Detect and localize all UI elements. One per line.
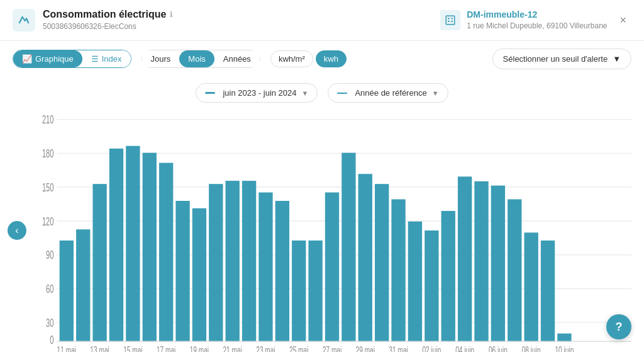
- bar-2: [92, 184, 106, 341]
- svg-text:90: 90: [46, 248, 53, 261]
- building-name: DM-immeuble-12: [467, 9, 607, 20]
- bar-20: [391, 199, 405, 341]
- bar-22: [425, 230, 438, 341]
- reference-dropdown[interactable]: Année de référence ▼: [328, 83, 448, 103]
- svg-text:15 mai: 15 mai: [123, 344, 142, 352]
- page-title: Consommation électrique: [43, 9, 166, 20]
- svg-text:02 juin: 02 juin: [422, 344, 441, 352]
- bar-3: [109, 149, 123, 341]
- bar-17: [341, 153, 355, 342]
- alert-select[interactable]: Sélectionner un seuil d'alerte ▼: [492, 48, 631, 69]
- svg-text:210: 210: [42, 113, 54, 127]
- svg-text:06 juin: 06 juin: [489, 344, 508, 352]
- building-icon: [440, 10, 460, 30]
- svg-rect-3: [448, 21, 449, 22]
- bar-1: [76, 229, 90, 341]
- annees-button[interactable]: Années: [214, 50, 260, 67]
- bar-29: [541, 241, 555, 341]
- close-button[interactable]: ×: [614, 11, 631, 30]
- index-icon: ☰: [91, 54, 99, 64]
- svg-text:29 mai: 29 mai: [356, 344, 375, 352]
- svg-text:23 mai: 23 mai: [256, 344, 275, 352]
- electric-icon: [13, 9, 35, 31]
- svg-rect-4: [452, 21, 453, 22]
- bar-15: [308, 241, 322, 341]
- svg-text:13 mai: 13 mai: [90, 344, 109, 352]
- filters-bar: juin 2023 - juin 2024 ▼ Année de référen…: [0, 77, 644, 109]
- help-button[interactable]: ?: [606, 314, 631, 339]
- date-line-icon: [205, 92, 215, 94]
- bar-13: [275, 201, 289, 341]
- svg-rect-1: [448, 18, 449, 19]
- bar-9: [209, 184, 223, 341]
- svg-text:0: 0: [50, 333, 53, 346]
- reference-dropdown-arrow: ▼: [432, 89, 439, 97]
- graphique-tab[interactable]: 📈 Graphique: [13, 50, 82, 67]
- dropdown-arrow-icon: ▼: [613, 54, 621, 64]
- bar-12: [258, 193, 272, 342]
- device-id: 50038639606326-ElecCons: [43, 22, 136, 31]
- bar-10: [226, 181, 240, 341]
- bar-7: [175, 201, 189, 341]
- svg-text:08 juin: 08 juin: [522, 344, 541, 352]
- date-dropdown-arrow: ▼: [302, 89, 309, 97]
- svg-text:19 mai: 19 mai: [190, 344, 209, 352]
- index-tab[interactable]: ☰ Index: [82, 50, 131, 67]
- bar-4: [126, 146, 140, 341]
- unit-toggle: kwh/m² kwh: [270, 50, 347, 67]
- bar-30: [557, 334, 571, 342]
- building-address: 1 rue Michel Dupeuble, 69100 Villeurbane: [467, 21, 607, 30]
- svg-text:17 mai: 17 mai: [157, 344, 175, 352]
- header-title-group: Consommation électrique ℹ 50038639606326…: [43, 9, 173, 31]
- svg-text:25 mai: 25 mai: [289, 344, 308, 352]
- bar-5: [143, 153, 157, 342]
- bar-28: [524, 232, 538, 341]
- bar-25: [474, 181, 488, 341]
- bar-11: [242, 181, 256, 341]
- bar-0: [60, 241, 74, 341]
- svg-text:180: 180: [42, 147, 54, 160]
- svg-text:11 mai: 11 mai: [57, 344, 76, 352]
- svg-rect-0: [446, 16, 455, 25]
- bar-27: [508, 199, 521, 341]
- bar-chart: 210 180 150 120 90 60 30 0: [31, 109, 631, 352]
- bar-6: [159, 163, 173, 342]
- svg-text:60: 60: [46, 282, 53, 295]
- kwh-button[interactable]: kwh: [316, 50, 347, 67]
- chart-icon: 📈: [22, 54, 32, 64]
- toolbar: 📈 Graphique ☰ Index Jours Mois Années kw…: [0, 41, 644, 77]
- bar-26: [491, 186, 505, 342]
- info-icon[interactable]: ℹ: [170, 10, 173, 19]
- svg-rect-2: [452, 18, 453, 19]
- bar-8: [192, 208, 206, 341]
- svg-text:10 juin: 10 juin: [555, 344, 574, 352]
- svg-text:31 mai: 31 mai: [389, 344, 408, 352]
- building-info-group: DM-immeuble-12 1 rue Michel Dupeuble, 69…: [440, 9, 607, 31]
- bar-24: [458, 176, 472, 341]
- bar-16: [325, 193, 339, 342]
- bar-19: [375, 184, 389, 341]
- date-range-dropdown[interactable]: juin 2023 - juin 2024 ▼: [196, 83, 318, 103]
- kwh-m2-button[interactable]: kwh/m²: [270, 50, 313, 67]
- bar-23: [441, 211, 455, 341]
- svg-text:120: 120: [42, 215, 54, 228]
- mois-button[interactable]: Mois: [179, 50, 214, 67]
- svg-text:30: 30: [46, 316, 53, 329]
- svg-text:04 juin: 04 juin: [455, 344, 474, 352]
- reference-line-icon: [337, 93, 347, 94]
- svg-text:27 mai: 27 mai: [323, 344, 341, 352]
- bar-21: [408, 222, 422, 341]
- svg-text:150: 150: [42, 181, 54, 194]
- jours-button[interactable]: Jours: [142, 50, 180, 67]
- period-toggle: Jours Mois Années: [142, 50, 260, 68]
- chart-area: ‹ 210 180 150 120 90 60 30 0: [0, 109, 644, 352]
- bar-18: [358, 174, 372, 341]
- view-toggle: 📈 Graphique ☰ Index: [13, 50, 131, 68]
- prev-button[interactable]: ‹: [8, 221, 26, 240]
- bar-14: [292, 241, 306, 341]
- svg-text:21 mai: 21 mai: [223, 344, 242, 352]
